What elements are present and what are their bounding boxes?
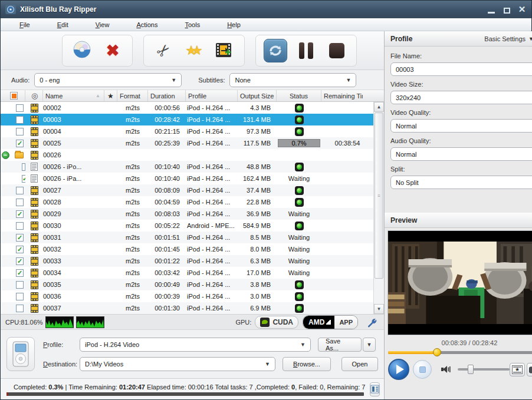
vertical-scrollbar[interactable]: ▲ ≡ ▼ — [373, 102, 384, 314]
cuda-toggle-button[interactable]: CUDA — [255, 316, 298, 329]
menu-file[interactable]: File — [14, 20, 36, 29]
table-row[interactable]: −00026 — [1, 149, 373, 161]
table-row[interactable]: ✓00025m2ts00:25:39iPod - H.264 ...117.5 … — [1, 137, 373, 149]
remaining-time-column-header[interactable]: Remaining Time — [321, 90, 363, 101]
menu-tools[interactable]: Tools — [179, 20, 206, 29]
task-list-icon — [370, 385, 379, 394]
format-column-header[interactable]: Format — [117, 90, 148, 101]
table-row[interactable]: ✓00031m2ts00:01:51iPod - H.264 ...8.5 MB… — [1, 232, 373, 243]
select-all-header[interactable] — [1, 90, 25, 101]
row-checkbox[interactable] — [16, 187, 24, 194]
snapshot-to-effects-button[interactable]: ★ — [510, 363, 525, 376]
table-row[interactable]: 00026 - iPo...m2ts00:10:40iPod - H.264 .… — [1, 161, 373, 173]
table-row[interactable]: 00035m2ts00:00:49iPod - H.264 ...3.8 MB — [1, 279, 373, 290]
table-row[interactable]: ✓00032m2ts00:01:45iPod - H.264 ...8.0 MB… — [1, 243, 373, 255]
star-column-header[interactable]: ★ — [104, 90, 117, 101]
table-row[interactable]: ✓00026 - iPa...m2ts00:10:40iPad - H.264 … — [1, 173, 373, 184]
save-as-button[interactable]: Save As... — [318, 338, 362, 352]
row-checkbox[interactable] — [16, 222, 24, 230]
video-size-select[interactable]: 320x240▼ — [390, 91, 532, 104]
row-checkbox[interactable]: ✓ — [16, 246, 24, 253]
table-row[interactable]: 00036m2ts00:00:39iPod - H.264 ...3.0 MB — [1, 290, 373, 302]
row-checkbox[interactable] — [16, 281, 24, 289]
device-profile-button[interactable] — [6, 337, 35, 371]
table-row[interactable]: 00002m2ts00:00:56iPod - H.264 ...4.3 MB — [1, 102, 373, 114]
volume-icon[interactable] — [441, 365, 452, 374]
row-checkbox[interactable] — [16, 116, 24, 124]
table-row[interactable]: ✓00033m2ts00:01:22iPod - H.264 ...6.3 MB… — [1, 255, 373, 267]
seek-thumb[interactable] — [433, 348, 441, 356]
close-button[interactable]: ✕ — [517, 5, 527, 14]
destination-select[interactable]: D:\My Videos ▼ — [80, 357, 275, 371]
split-select[interactable]: No Split▼ — [390, 176, 532, 189]
merge-button[interactable] — [212, 38, 237, 63]
load-bluray-button[interactable] — [70, 38, 94, 63]
subtitles-select[interactable]: None ▼ — [229, 73, 356, 87]
audio-select[interactable]: 0 - eng ▼ — [34, 73, 182, 87]
duration-column-header[interactable]: Duration — [148, 90, 186, 101]
table-row[interactable]: 00027m2ts00:08:09iPod - H.264 ...37.4 MB — [1, 184, 373, 196]
snapshot-button[interactable] — [527, 363, 532, 376]
volume-thumb[interactable] — [468, 365, 474, 374]
amd-app-toggle-button[interactable]: AMD APP — [303, 315, 358, 329]
row-checkbox[interactable] — [16, 199, 24, 206]
file-name-input[interactable]: 00003 — [390, 62, 532, 76]
track-duration: 00:10:40 — [148, 173, 186, 184]
table-row[interactable]: ✓00029m2ts00:08:03iPod - H.264 ...36.9 M… — [1, 208, 373, 220]
delete-button[interactable]: ✖ — [100, 38, 125, 63]
row-checkbox[interactable] — [16, 293, 24, 300]
gpu-settings-button[interactable] — [364, 316, 379, 329]
minimize-button[interactable] — [487, 5, 496, 14]
track-profile: iPod - H.264 ... — [186, 255, 238, 267]
disc-column-header[interactable]: ◎ — [25, 90, 43, 101]
maximize-button[interactable] — [502, 5, 511, 14]
scroll-up-button[interactable]: ▲ — [374, 102, 384, 112]
scrollbar-thumb[interactable]: ≡ — [375, 113, 383, 279]
audio-quality-select[interactable]: Normal▼ — [390, 147, 532, 161]
seek-bar[interactable] — [388, 351, 532, 354]
table-row[interactable]: 00028m2ts00:04:59iPod - H.264 ...22.8 MB — [1, 196, 373, 208]
select-all-checkbox[interactable] — [10, 92, 18, 100]
open-button[interactable]: Open — [341, 357, 378, 371]
settings-mode-select[interactable]: Basic Settings ▼ — [484, 35, 532, 42]
row-checkbox[interactable]: ✓ — [16, 210, 24, 218]
profile-column-header[interactable]: Profile — [186, 90, 238, 101]
scroll-down-button[interactable]: ▼ — [374, 304, 384, 314]
row-checkbox[interactable]: ✓ — [16, 269, 24, 277]
play-button[interactable] — [388, 359, 409, 380]
folder-icon — [15, 152, 24, 158]
menu-view[interactable]: View — [90, 20, 116, 29]
status-column-header[interactable]: Status — [277, 90, 321, 101]
clip-button[interactable]: ✂ — [151, 38, 176, 63]
chapter-file-icon — [31, 174, 38, 183]
row-checkbox[interactable] — [16, 104, 24, 112]
table-row[interactable]: 00037m2ts00:01:30iPod - H.264 ...6.9 MB — [1, 302, 373, 314]
table-row[interactable]: ✓00034m2ts00:03:42iPod - H.264 ...17.0 M… — [1, 267, 373, 279]
row-checkbox[interactable]: ✓ — [16, 234, 24, 242]
menu-help[interactable]: Help — [221, 20, 247, 29]
stop-button[interactable] — [324, 38, 349, 63]
row-checkbox[interactable]: ✓ — [16, 257, 24, 265]
volume-slider[interactable] — [458, 368, 510, 371]
effects-button[interactable]: ★★ — [182, 38, 206, 63]
collapse-node-icon[interactable]: − — [2, 151, 9, 159]
table-row[interactable]: 00003m2ts00:28:42iPod - H.264 ...131.4 M… — [1, 114, 373, 125]
table-row[interactable]: 00030m2ts00:05:22Android - MPE...584.9 M… — [1, 220, 373, 232]
save-as-menu-button[interactable]: ▼ — [363, 338, 376, 352]
video-quality-select[interactable]: Normal▼ — [390, 119, 532, 133]
row-checkbox[interactable]: ✓ — [16, 140, 24, 147]
browse-button[interactable]: Browse... — [283, 357, 331, 371]
row-checkbox[interactable] — [16, 305, 24, 312]
profile-select[interactable]: iPod - H.264 Video ▼ — [80, 338, 311, 352]
scrollbar-track[interactable] — [374, 279, 384, 304]
output-size-column-header[interactable]: Output Size — [238, 90, 277, 101]
row-checkbox[interactable] — [16, 128, 24, 135]
convert-button[interactable] — [263, 38, 288, 63]
task-list-button[interactable] — [370, 382, 380, 396]
menu-actions[interactable]: Actions — [130, 20, 163, 29]
table-row[interactable]: 00004m2ts00:21:15iPod - H.264 ...97.3 MB — [1, 125, 373, 137]
stop-preview-button[interactable] — [413, 360, 432, 379]
menu-edit[interactable]: Edit — [51, 20, 74, 29]
name-column-header[interactable]: Name▲ — [43, 90, 104, 101]
pause-button[interactable] — [294, 38, 318, 63]
